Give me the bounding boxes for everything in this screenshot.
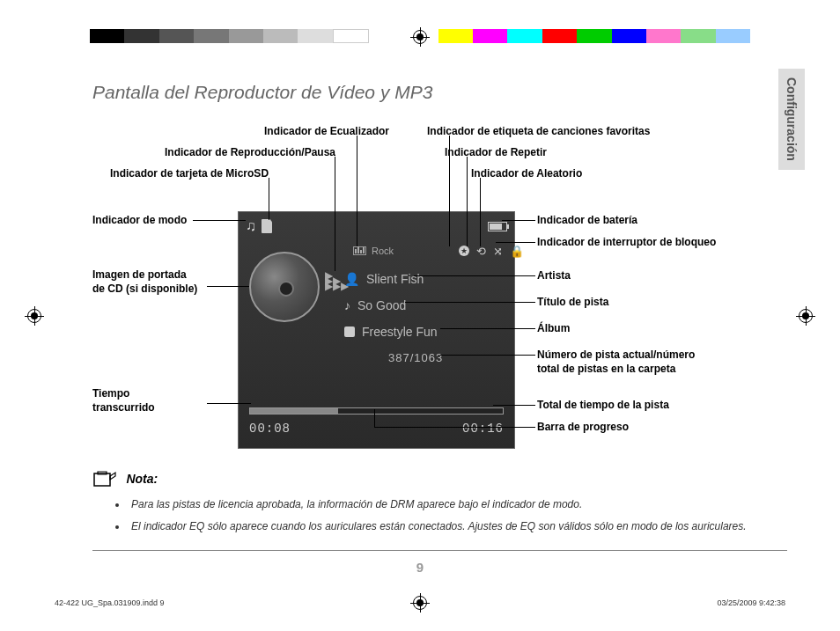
footer-rule	[92, 550, 787, 551]
leader-line	[440, 328, 535, 329]
cd-cover-image	[249, 252, 320, 322]
label-repeat: Indicador de Repetir	[445, 146, 547, 160]
leader-line	[193, 220, 246, 221]
leader-line	[374, 409, 375, 427]
lock-icon: 🔒	[510, 245, 524, 258]
note-item: Para las pistas de licencia aprobada, la…	[128, 497, 770, 512]
label-microsd: Indicador de tarjeta de MicroSD	[110, 167, 269, 181]
label-favorite-tag: Indicador de etiqueta de canciones favor…	[427, 125, 650, 139]
favorite-star-icon: ★	[459, 246, 469, 256]
note-heading: Nota:	[126, 472, 158, 486]
label-tracknum: Número de pista actual/número total de p…	[537, 349, 695, 376]
track-number-text: 387/1063	[388, 351, 443, 364]
leader-line	[405, 302, 535, 303]
label-equalizer: Indicador de Ecualizador	[264, 125, 389, 139]
label-total-time: Total de tiempo de la pista	[537, 399, 669, 413]
artist-icon: 👤	[344, 272, 359, 286]
battery-icon	[488, 222, 507, 231]
eq-text: Rock	[372, 246, 394, 256]
leader-line	[374, 427, 535, 428]
leader-line	[480, 178, 481, 246]
leader-line	[207, 403, 251, 404]
note-section: Nota: Para las pistas de licencia aproba…	[92, 471, 770, 541]
leader-line	[335, 157, 335, 271]
leader-line	[502, 220, 535, 221]
svg-rect-0	[94, 473, 110, 486]
label-album: Álbum	[537, 322, 570, 336]
note-item: El indicador EQ sólo aparece cuando los …	[128, 519, 770, 534]
imprint-timestamp: 03/25/2009 9:42:38	[717, 598, 785, 607]
eq-bars-icon	[353, 246, 366, 255]
album-text: Freestyle Fun	[362, 325, 438, 339]
imprint-filename: 42-422 UG_Spa.031909.indd 9	[55, 598, 165, 607]
registration-mark-icon	[410, 593, 430, 613]
track-title-text: So Good	[357, 298, 406, 312]
leader-line	[449, 136, 450, 246]
diagram: Indicador de Ecualizador Indicador de et…	[92, 114, 762, 466]
registration-mark-icon	[25, 306, 44, 326]
note-icon: ♪	[344, 298, 350, 312]
album-icon	[344, 327, 355, 337]
note-clipboard-icon	[92, 471, 117, 488]
artist-text: Slient Fish	[366, 272, 424, 286]
repeat-icon: ⟲	[476, 245, 486, 258]
leader-line	[440, 355, 535, 356]
leader-line	[414, 275, 535, 276]
page-number: 9	[0, 560, 840, 575]
leader-line	[467, 157, 468, 246]
label-mode: Indicador de modo	[92, 214, 187, 228]
sd-card-icon	[262, 219, 272, 233]
shuffle-icon: ⤨	[493, 245, 503, 258]
label-play-pause: Indicador de Reproducción/Pausa	[165, 146, 335, 160]
registration-mark-icon	[796, 306, 815, 326]
time-total: 00:16	[462, 422, 504, 436]
music-note-icon: ♫	[246, 218, 256, 234]
player-screen: ♫ Rock ★ ⟲ ⤨ 🔒 ▶▶▶▶▶▶ 👤 Slient Fish ♪ So…	[238, 211, 515, 449]
progress-bar	[249, 407, 504, 415]
leader-line	[493, 405, 535, 406]
leader-line	[207, 286, 249, 287]
label-artist: Artista	[537, 269, 571, 283]
leader-line	[357, 136, 357, 246]
label-elapsed: Tiempo transcurrido	[92, 387, 155, 415]
time-elapsed: 00:08	[249, 422, 291, 436]
leader-line	[496, 242, 535, 243]
section-tab: Configuración	[778, 69, 805, 170]
label-battery: Indicador de batería	[537, 214, 637, 228]
label-lock: Indicador de interruptor de bloqueo	[537, 236, 716, 250]
label-cover: Imagen de portada de CD (si disponible)	[92, 268, 197, 296]
registration-mark-icon	[410, 27, 430, 47]
section-tab-label: Configuración	[785, 77, 799, 161]
leader-line	[269, 178, 269, 220]
page-title: Pantalla del Reproductor de Vídeo y MP3	[92, 82, 432, 103]
label-track-title: Título de pista	[537, 296, 608, 310]
label-progress: Barra de progreso	[537, 421, 629, 435]
label-shuffle: Indicador de Aleatorio	[471, 167, 582, 181]
